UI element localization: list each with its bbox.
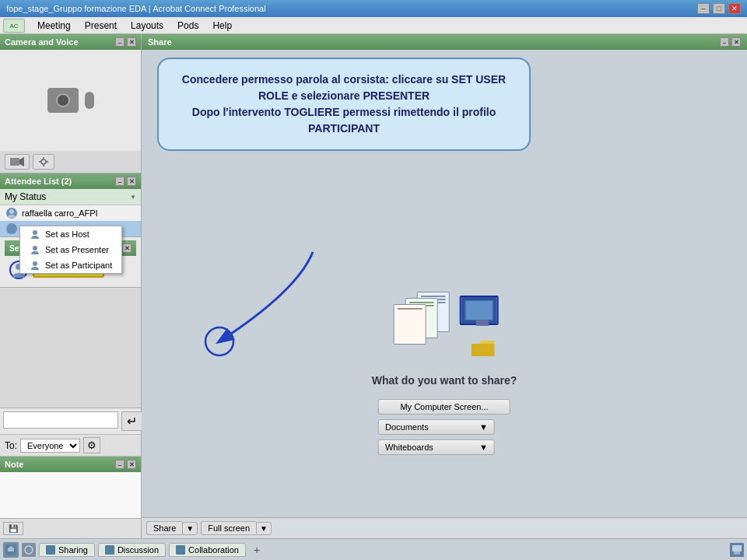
camera-header-controls: – ✕ <box>115 37 136 47</box>
camera-minimize-btn[interactable]: – <box>115 37 124 47</box>
camera-controls <box>0 151 141 173</box>
fullscreen-arrow-btn[interactable]: ▼ <box>256 522 272 535</box>
ctx-set-participant[interactable]: Set as Participant <box>20 257 121 273</box>
maximize-button[interactable]: □ <box>713 3 725 14</box>
menu-pods[interactable]: Pods <box>171 19 205 33</box>
paper-icon-3 <box>394 304 426 345</box>
my-computer-screen-btn[interactable]: My Computer Screen... <box>378 399 510 415</box>
bottom-save-icon[interactable] <box>730 543 744 557</box>
my-status-dropdown[interactable]: ▼ <box>130 194 136 201</box>
chat-options-btn[interactable]: ⚙ <box>83 437 100 453</box>
chat-to-row: To: Everyone ⚙ <box>0 434 141 457</box>
note-content <box>0 472 141 519</box>
fullscreen-btn[interactable]: Full screen <box>201 521 256 535</box>
camera-video-btn[interactable] <box>5 154 30 170</box>
menubar: AC Meeting Present Layouts Pods Help <box>0 17 747 34</box>
svg-rect-18 <box>732 545 742 551</box>
chat-to-label: To: <box>5 440 17 451</box>
camera-content <box>0 50 141 151</box>
documents-row: Documents ▼ <box>378 419 510 435</box>
app-logo: AC <box>3 19 25 33</box>
webcam-icon <box>47 88 79 113</box>
share-icons-cluster <box>390 292 499 362</box>
share-close-btn[interactable]: ✕ <box>731 37 741 47</box>
bottom-icon-2[interactable] <box>22 543 36 557</box>
camera-icon-group <box>47 88 94 113</box>
chat-send-btn[interactable]: ↵ <box>121 411 142 431</box>
attendee-icon-2 <box>6 223 17 234</box>
menu-meeting[interactable]: Meeting <box>31 19 77 33</box>
folder-icon <box>472 339 495 358</box>
minimize-button[interactable]: – <box>697 3 710 14</box>
share-title: Share <box>148 37 172 47</box>
context-menu: Set as Host Set as Presenter <box>19 226 122 274</box>
share-arrow-btn[interactable]: ▼ <box>182 522 198 535</box>
attendee-list-header: Attendee List (2) – ✕ <box>0 173 141 189</box>
tab-sharing[interactable]: Sharing <box>39 543 95 557</box>
my-status-label: My Status <box>5 191 46 202</box>
documents-label: Documents <box>385 422 429 432</box>
ctx-participant-label: Set as Participant <box>45 261 112 270</box>
svg-point-7 <box>33 230 37 235</box>
tab-collaboration-label: Collaboration <box>188 545 239 555</box>
share-btn[interactable]: Share <box>146 521 182 535</box>
tab-collaboration[interactable]: Collaboration <box>169 543 246 557</box>
note-header-controls: – ✕ <box>115 460 136 469</box>
note-save-btn[interactable]: 💾 <box>3 522 23 535</box>
share-content: Concedere permesso parola al corsista: c… <box>142 50 747 517</box>
close-button[interactable]: ✕ <box>728 3 741 14</box>
svg-rect-15 <box>22 543 36 557</box>
svg-point-8 <box>33 246 37 250</box>
chat-to-select[interactable]: Everyone <box>20 439 80 453</box>
host-icon <box>30 229 40 240</box>
share-options: What do you want to share? My Computer S… <box>372 292 517 455</box>
share-header-controls: – ✕ <box>720 37 741 47</box>
share-btn-group: Share ▼ Full screen ▼ <box>146 521 272 535</box>
menu-help[interactable]: Help <box>206 19 238 33</box>
attendee-list-panel: Attendee List (2) – ✕ My Status ▼ <box>0 173 141 237</box>
ctx-presenter-label: Set as Presenter <box>45 245 109 254</box>
attendee-list-title: Attendee List (2) <box>5 177 72 186</box>
note-minimize-btn[interactable]: – <box>115 460 124 469</box>
chat-input-row: ↵ <box>0 408 141 434</box>
svg-point-13 <box>205 327 233 355</box>
titlebar: fope_stage_Gruppo formazione EDA | Acrob… <box>0 0 747 17</box>
left-panel: Camera and Voice – ✕ <box>0 34 142 538</box>
whiteboards-dropdown-btn[interactable]: Whiteboards ▼ <box>378 439 495 455</box>
ctx-set-presenter[interactable]: Set as Presenter <box>20 242 121 257</box>
window-title: fope_stage_Gruppo formazione EDA | Acrob… <box>6 4 266 13</box>
documents-dropdown-btn[interactable]: Documents ▼ <box>378 419 495 435</box>
attendee-icon-1 <box>6 208 17 219</box>
camera-close-btn[interactable]: ✕ <box>127 37 136 47</box>
window-controls: – □ ✕ <box>697 3 741 14</box>
attendee-header-controls: – ✕ <box>115 177 136 186</box>
attendee-row-1[interactable]: raffaella carro_AFPI <box>0 205 141 221</box>
chat-input[interactable] <box>3 411 118 429</box>
camera-voice-panel: Camera and Voice – ✕ <box>0 34 141 173</box>
note-title: Note <box>5 460 23 469</box>
tab-discussion[interactable]: Discussion <box>98 543 166 557</box>
svg-point-5 <box>9 209 14 214</box>
share-buttons-group: My Computer Screen... Documents ▼ Whiteb… <box>378 399 510 455</box>
note-close-btn[interactable]: ✕ <box>127 460 136 469</box>
share-minimize-btn[interactable]: – <box>720 37 729 47</box>
add-tab-btn[interactable]: + <box>249 542 265 558</box>
webcam-lens <box>56 93 70 107</box>
presenter-icon <box>30 244 40 255</box>
share-what-text: What do you want to share? <box>372 374 517 387</box>
svg-point-4 <box>41 159 46 164</box>
sharing-tab-icon <box>46 545 55 555</box>
camera-settings-btn[interactable] <box>33 154 54 170</box>
instruction-balloon: Concedere permesso parola al corsista: c… <box>157 58 531 151</box>
attendee-close-btn[interactable]: ✕ <box>127 177 136 186</box>
whiteboards-row: Whiteboards ▼ <box>378 439 510 455</box>
menu-layouts[interactable]: Layouts <box>124 19 170 33</box>
menu-present[interactable]: Present <box>79 19 123 33</box>
tab-discussion-label: Discussion <box>117 545 159 555</box>
ctx-set-host[interactable]: Set as Host <box>20 226 121 242</box>
collaboration-tab-icon <box>176 545 185 555</box>
bottom-home-icon[interactable] <box>3 542 19 558</box>
attendee-minimize-btn[interactable]: – <box>115 177 124 186</box>
sur-close-btn[interactable]: ✕ <box>122 243 132 253</box>
microphone-icon <box>85 92 94 109</box>
